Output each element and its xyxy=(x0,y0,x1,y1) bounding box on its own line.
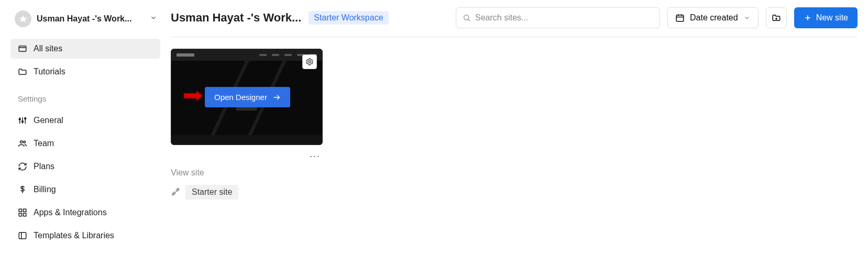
sidebar-item-label: Tutorials xyxy=(34,67,65,76)
unpublished-icon xyxy=(171,187,180,197)
grid-icon xyxy=(18,208,27,217)
site-card-menu[interactable]: ... xyxy=(171,145,323,162)
settings-heading: Settings xyxy=(10,85,160,107)
svg-line-18 xyxy=(468,19,470,21)
svg-point-8 xyxy=(20,141,23,143)
sidebar-item-all-sites[interactable]: All sites xyxy=(10,39,160,59)
sidebar-item-apps-integrations[interactable]: Apps & Integrations xyxy=(10,203,160,223)
search-input[interactable] xyxy=(475,13,653,23)
gear-icon xyxy=(305,58,314,66)
sidebar-item-label: General xyxy=(34,116,63,125)
site-name[interactable]: Starter site xyxy=(185,185,238,199)
browser-icon xyxy=(18,44,27,53)
sidebar-item-label: Plans xyxy=(34,162,54,171)
sidebar-item-label: Billing xyxy=(34,185,56,194)
site-card[interactable]: Open Designer xyxy=(171,49,323,145)
open-designer-button[interactable]: Open Designer xyxy=(205,87,290,107)
search-icon xyxy=(463,14,471,22)
sidebar-item-label: Apps & Integrations xyxy=(34,208,107,217)
svg-point-27 xyxy=(309,61,311,63)
sidebar-item-label: Templates & Libraries xyxy=(34,231,114,240)
workspace-avatar-icon xyxy=(15,10,31,27)
sidebar: Usman Hayat -'s Work... All sites Tutori… xyxy=(0,0,171,266)
svg-rect-12 xyxy=(24,209,26,212)
svg-rect-19 xyxy=(676,15,684,21)
sidebar-item-label: Team xyxy=(34,139,54,148)
sidebar-item-tutorials[interactable]: Tutorials xyxy=(10,62,160,82)
main-area: Usman Hayat -'s Work... Starter Workspac… xyxy=(171,0,868,266)
sort-label: Date created xyxy=(690,13,738,23)
folder-plus-icon xyxy=(772,13,781,23)
new-site-label: New site xyxy=(816,13,848,23)
sort-button[interactable]: Date created xyxy=(667,7,759,28)
panel-icon xyxy=(18,231,27,240)
arrow-right-icon xyxy=(272,93,281,102)
site-thumb-bottombar xyxy=(171,135,322,145)
site-thumb-topbar xyxy=(171,49,322,61)
plan-badge[interactable]: Starter Workspace xyxy=(309,11,388,25)
chevron-down-icon xyxy=(150,14,157,24)
new-site-button[interactable]: New site xyxy=(794,7,858,28)
dollar-icon xyxy=(18,185,27,194)
open-designer-label: Open Designer xyxy=(214,93,267,102)
sidebar-item-general[interactable]: General xyxy=(10,110,160,130)
svg-rect-15 xyxy=(19,232,26,239)
svg-line-29 xyxy=(172,189,179,196)
sidebar-item-billing[interactable]: Billing xyxy=(10,180,160,199)
calendar-icon xyxy=(675,13,685,23)
annotation-arrow-icon xyxy=(183,90,204,102)
refresh-icon xyxy=(18,162,27,171)
people-icon xyxy=(18,139,27,148)
page-title: Usman Hayat -'s Work... xyxy=(171,11,301,25)
workspace-switcher[interactable]: Usman Hayat -'s Work... xyxy=(10,7,160,30)
sidebar-item-team[interactable]: Team xyxy=(10,134,160,153)
svg-rect-11 xyxy=(19,209,21,212)
plus-icon xyxy=(804,14,812,22)
folder-icon xyxy=(18,67,27,76)
svg-point-17 xyxy=(464,15,469,20)
sidebar-item-plans[interactable]: Plans xyxy=(10,157,160,176)
view-site-link[interactable]: View site xyxy=(171,168,323,178)
svg-rect-14 xyxy=(24,214,26,216)
workspace-name: Usman Hayat -'s Work... xyxy=(37,14,145,24)
svg-point-9 xyxy=(24,141,26,143)
svg-rect-13 xyxy=(19,214,21,216)
sidebar-item-label: All sites xyxy=(34,44,62,53)
svg-rect-0 xyxy=(19,46,26,52)
chevron-down-icon xyxy=(743,14,751,21)
header-bar: Usman Hayat -'s Work... Starter Workspac… xyxy=(171,7,858,37)
sidebar-item-templates-libraries[interactable]: Templates & Libraries xyxy=(10,226,160,246)
search-box[interactable] xyxy=(456,7,660,28)
site-settings-button[interactable] xyxy=(302,54,317,69)
new-folder-button[interactable] xyxy=(766,7,787,28)
sliders-icon xyxy=(18,116,27,125)
